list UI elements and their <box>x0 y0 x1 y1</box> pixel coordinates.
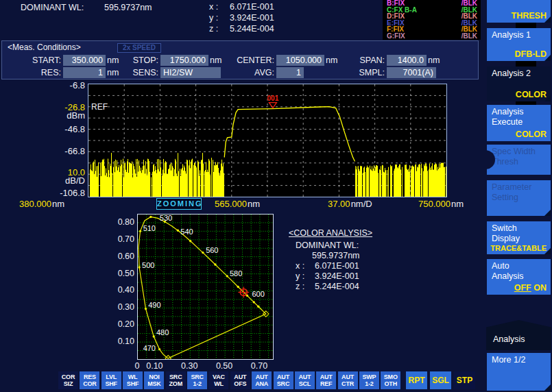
softkey-more[interactable]: More 1/2 <box>487 353 551 391</box>
xyz-row: z :5.244E-004 <box>209 24 274 34</box>
toolbar-button-aut-ofs[interactable]: AUTOFS <box>230 371 250 389</box>
toolbar-button-src-1-2[interactable]: SRC1-2 <box>187 371 207 389</box>
osa-screen: DOMINANT WL: 595.9737nm x :6.071E-001y :… <box>0 0 552 392</box>
cie-y-tick: 0.80 <box>110 217 134 227</box>
cie-wavelength-label: 470 <box>143 344 156 352</box>
cie-wavelength-label: 510 <box>143 224 156 232</box>
toolbar-button-aut-ctr[interactable]: AUTCTR <box>338 371 358 389</box>
sidebar-notch <box>516 61 536 66</box>
toolbar-button-vac-wl[interactable]: VACWL <box>208 371 228 389</box>
cie-wavelength-label: 530 <box>160 215 172 222</box>
dominant-wl-value: 595.9737nm <box>104 3 152 12</box>
toolbar-button-line2: ANA <box>252 381 272 388</box>
softkey-parameter-setting: Parameter Setting <box>487 180 551 216</box>
softkey-auto-analysis[interactable]: Auto AnalysisOFF ON <box>487 259 551 295</box>
toolbar-button-cor-siz[interactable]: CORSIZ <box>58 371 78 389</box>
color-analysis-value: 5.244E-004 <box>315 282 359 292</box>
spectrum-x-tick-unit: nm <box>51 199 64 209</box>
meas-conditions-panel: <Meas. Conditions> 2x SPEED START:350.00… <box>1 40 479 79</box>
meas-field-value[interactable]: 1 <box>63 67 106 78</box>
toolbar-button-line2: COR <box>80 381 99 388</box>
softkey-spec-width-thresh: Spec Width Thresh <box>487 145 551 175</box>
softkey-thresh[interactable]: THRESH <box>487 0 551 23</box>
toolbar-button-res-cor[interactable]: RESCOR <box>80 371 99 389</box>
toolbar-button-aut-src[interactable]: AUTSRC <box>274 371 293 389</box>
cie-wavelength-label: 540 <box>180 228 193 236</box>
toolbar-button-line2: CTR <box>338 381 358 388</box>
spectrum-x-tick-unit: nm <box>247 199 260 209</box>
meas-field-stop: STOP:1750.000nm <box>125 54 221 66</box>
meas-conditions-title: <Meas. Conditions> <box>8 42 81 52</box>
softkey-analysis-execute[interactable]: Analysis ExecuteCOLOR <box>487 105 551 141</box>
softkey-off-option: OFF <box>514 283 531 293</box>
toolbar-button-smo-oth[interactable]: SMOOTH <box>381 371 400 389</box>
toolbar-button-aut-ana[interactable]: AUTANA <box>252 371 272 389</box>
meas-field-label: AVG: <box>230 68 276 77</box>
toolbar-button-line2: SHF <box>123 381 143 388</box>
meas-field-avg: AVG:1 <box>230 66 304 78</box>
meas-field-unit: nm <box>324 56 337 65</box>
color-analysis-key: y : <box>296 271 315 282</box>
meas-field-value[interactable]: 350.000 <box>63 55 106 66</box>
meas-field-label: SPAN: <box>352 56 387 65</box>
softkey-value: DFB-LD <box>514 49 547 60</box>
softkey-analysis-1[interactable]: Analysis 1DFB-LD <box>487 28 551 61</box>
meas-field-value[interactable]: 1050.000 <box>276 55 324 66</box>
cie-wavelength-label: 560 <box>206 246 218 254</box>
spectrum-x-tick: 565.000 nm <box>215 199 260 209</box>
color-analysis-value: 3.924E-001 <box>315 271 359 282</box>
color-analysis-row: y :3.924E-001 <box>289 271 446 282</box>
sweep-button-sgl[interactable]: SGL <box>430 371 451 389</box>
spectrum-marker-label: 001 <box>267 95 279 102</box>
meas-field-unit: nm <box>106 56 119 65</box>
speed-badge: 2x SPEED <box>117 43 161 53</box>
meas-field-value[interactable]: 1400.0 <box>387 55 427 66</box>
softkey-switch-display[interactable]: Switch DisplayTRACE&TABLE <box>487 221 551 254</box>
softkey-value: THRESH <box>512 11 547 21</box>
cie-wavelength-label: 500 <box>142 261 154 269</box>
toolbar-button-wl-shf[interactable]: WLSHF <box>123 371 143 389</box>
meas-field-label: RES: <box>21 68 63 77</box>
toolbar-button-aut-scl[interactable]: AUTSCL <box>295 371 315 389</box>
ref-label: REF <box>91 102 108 112</box>
toolbar-button-aut-ref[interactable]: AUTREF <box>316 371 336 389</box>
toolbar-button-noi-msk[interactable]: NOIMSK <box>144 371 164 389</box>
cie-y-tick: 0.70 <box>110 234 134 244</box>
spectrum-marker-triangle-icon <box>269 103 276 108</box>
spectrum-y-tick: -6.8 <box>0 80 85 90</box>
color-analysis-row: x :6.071E-001 <box>289 261 446 271</box>
color-analysis-panel: <COLOR ANALYSIS> DOMINANT WL: 595.9737nm… <box>289 228 446 292</box>
meas-field-value[interactable]: 1750.000 <box>160 55 208 66</box>
toolbar-button-lvl-shf[interactable]: LVLSHF <box>101 371 121 389</box>
softkey-label: Spec Width Thresh <box>492 147 551 167</box>
meas-field-unit: nm <box>106 68 119 77</box>
spectrum-x-tick-unit: nm <box>451 199 464 209</box>
sidebar-notch <box>516 23 536 28</box>
color-analysis-key: z : <box>296 282 315 292</box>
toolbar-button-line2: ZOM <box>166 381 186 388</box>
meas-field-value[interactable]: HI2/SW <box>160 67 221 78</box>
meas-field-value[interactable]: 7001(A) <box>387 67 436 78</box>
trace-display-status: /BLK <box>461 33 477 40</box>
xyz-key: x : <box>209 2 230 12</box>
softkey-label: Auto Analysis <box>492 261 551 282</box>
meas-field-center: CENTER:1050.000nm <box>230 54 337 66</box>
spectrum-y-tick: dBm <box>0 110 85 121</box>
softkey-analysis-2[interactable]: Analysis 2COLOR <box>487 66 551 101</box>
softkey-label: Analysis 2 <box>492 69 551 79</box>
spectrum-y-tick: -46.8 <box>0 124 85 134</box>
toolbar-button-src-zom[interactable]: SRCZOM <box>166 371 186 389</box>
cie-y-tick: 0.20 <box>110 319 134 329</box>
sweep-button-stp[interactable]: STP <box>454 371 475 389</box>
xyz-value: 5.244E-004 <box>230 24 274 34</box>
sweep-button-rpt[interactable]: RPT <box>406 371 427 389</box>
spectrum-y-tick: -106.8 <box>0 188 85 198</box>
color-analysis-key: x : <box>296 261 315 271</box>
softkey-value: OFF ON <box>514 283 547 293</box>
toolbar-button-swp-1-2[interactable]: SWP1-2 <box>359 371 379 389</box>
meas-field-unit: nm <box>208 56 221 65</box>
meas-field-value[interactable]: 1 <box>276 67 304 78</box>
spectrum-x-tick-number: 565.000 <box>215 199 247 209</box>
spectrum-x-tick: 37.00 nm/D <box>328 199 372 209</box>
spectrum-x-tick: 750.000 nm <box>418 199 464 209</box>
